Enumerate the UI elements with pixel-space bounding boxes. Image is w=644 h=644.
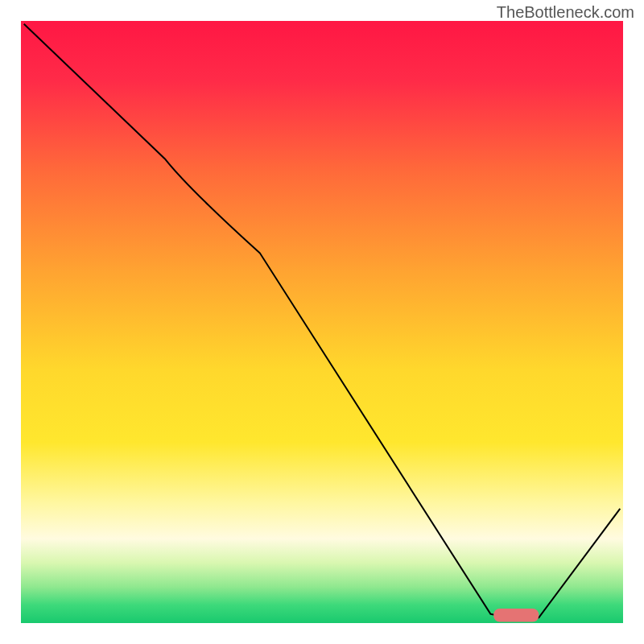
watermark-text: TheBottleneck.com <box>497 3 634 22</box>
chart-svg <box>21 21 623 623</box>
target-range-marker <box>493 609 539 621</box>
chart-background <box>21 21 623 623</box>
chart-plot-area <box>21 21 623 623</box>
